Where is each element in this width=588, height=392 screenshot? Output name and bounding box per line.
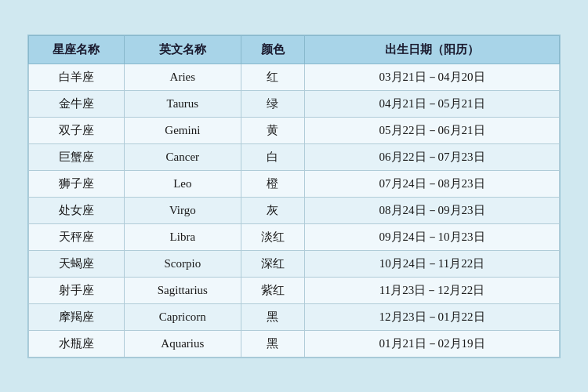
cell-english: Scorpio [124, 250, 241, 277]
cell-chinese: 天蝎座 [29, 250, 125, 277]
table-row: 双子座Gemini黄05月22日－06月21日 [29, 117, 560, 143]
table-body: 白羊座Aries红03月21日－04月20日金牛座Taurus绿04月21日－0… [29, 64, 560, 357]
cell-english: Capricorn [124, 303, 241, 330]
cell-english: Sagittarius [124, 277, 241, 303]
cell-english: Virgo [124, 197, 241, 223]
cell-color: 紫红 [241, 277, 304, 303]
cell-date: 04月21日－05月21日 [305, 90, 560, 117]
table-row: 天蝎座Scorpio深红10月24日－11月22日 [29, 250, 560, 277]
table-row: 金牛座Taurus绿04月21日－05月21日 [29, 90, 560, 117]
cell-color: 深红 [241, 250, 304, 277]
cell-chinese: 白羊座 [29, 64, 125, 90]
cell-english: Leo [124, 170, 241, 197]
table-row: 天秤座Libra淡红09月24日－10月23日 [29, 223, 560, 250]
table-row: 摩羯座Capricorn黑12月23日－01月22日 [29, 303, 560, 330]
cell-chinese: 巨蟹座 [29, 143, 125, 170]
cell-color: 绿 [241, 90, 304, 117]
table-row: 白羊座Aries红03月21日－04月20日 [29, 64, 560, 90]
cell-chinese: 狮子座 [29, 170, 125, 197]
header-chinese: 星座名称 [29, 35, 125, 64]
table-row: 处女座Virgo灰08月24日－09月23日 [29, 197, 560, 223]
cell-color: 淡红 [241, 223, 304, 250]
cell-date: 11月23日－12月22日 [305, 277, 560, 303]
cell-chinese: 水瓶座 [29, 330, 125, 357]
cell-date: 05月22日－06月21日 [305, 117, 560, 143]
cell-date: 09月24日－10月23日 [305, 223, 560, 250]
cell-chinese: 处女座 [29, 197, 125, 223]
header-english: 英文名称 [124, 35, 241, 64]
header-date: 出生日期（阳历） [305, 35, 560, 64]
cell-color: 白 [241, 143, 304, 170]
header-color: 颜色 [241, 35, 304, 64]
cell-english: Aquarius [124, 330, 241, 357]
cell-chinese: 天秤座 [29, 223, 125, 250]
cell-chinese: 射手座 [29, 277, 125, 303]
cell-english: Taurus [124, 90, 241, 117]
table-row: 水瓶座Aquarius黑01月21日－02月19日 [29, 330, 560, 357]
cell-english: Gemini [124, 117, 241, 143]
cell-date: 10月24日－11月22日 [305, 250, 560, 277]
cell-date: 07月24日－08月23日 [305, 170, 560, 197]
cell-english: Cancer [124, 143, 241, 170]
cell-english: Aries [124, 64, 241, 90]
cell-date: 12月23日－01月22日 [305, 303, 560, 330]
cell-color: 橙 [241, 170, 304, 197]
zodiac-table: 星座名称 英文名称 颜色 出生日期（阳历） 白羊座Aries红03月21日－04… [28, 35, 560, 358]
cell-date: 01月21日－02月19日 [305, 330, 560, 357]
zodiac-table-container: 星座名称 英文名称 颜色 出生日期（阳历） 白羊座Aries红03月21日－04… [27, 34, 561, 358]
cell-date: 06月22日－07月23日 [305, 143, 560, 170]
cell-color: 黑 [241, 303, 304, 330]
cell-chinese: 金牛座 [29, 90, 125, 117]
cell-chinese: 双子座 [29, 117, 125, 143]
cell-date: 08月24日－09月23日 [305, 197, 560, 223]
cell-color: 红 [241, 64, 304, 90]
cell-date: 03月21日－04月20日 [305, 64, 560, 90]
cell-english: Libra [124, 223, 241, 250]
cell-color: 黑 [241, 330, 304, 357]
table-row: 射手座Sagittarius紫红11月23日－12月22日 [29, 277, 560, 303]
table-row: 巨蟹座Cancer白06月22日－07月23日 [29, 143, 560, 170]
cell-chinese: 摩羯座 [29, 303, 125, 330]
cell-color: 黄 [241, 117, 304, 143]
cell-color: 灰 [241, 197, 304, 223]
table-header-row: 星座名称 英文名称 颜色 出生日期（阳历） [29, 35, 560, 64]
table-row: 狮子座Leo橙07月24日－08月23日 [29, 170, 560, 197]
